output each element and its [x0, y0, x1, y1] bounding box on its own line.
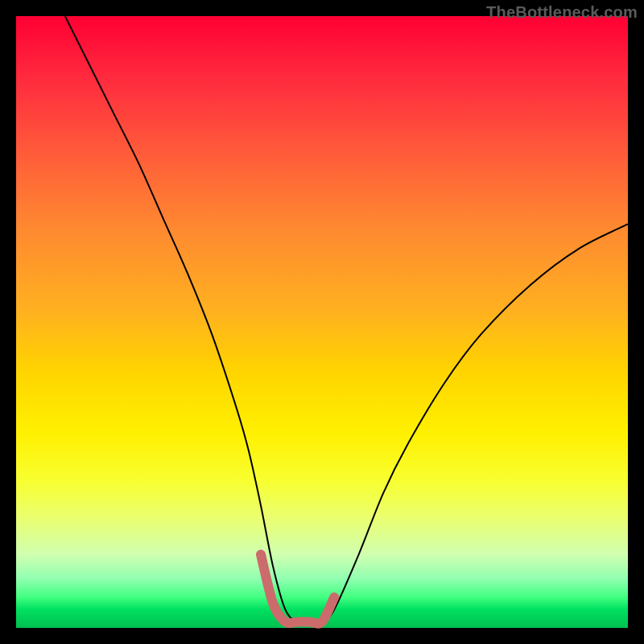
chart-svg	[16, 16, 628, 628]
bottleneck-curve	[65, 16, 628, 623]
chart-root: TheBottleneck.com	[0, 0, 644, 644]
watermark-text: TheBottleneck.com	[486, 3, 638, 22]
